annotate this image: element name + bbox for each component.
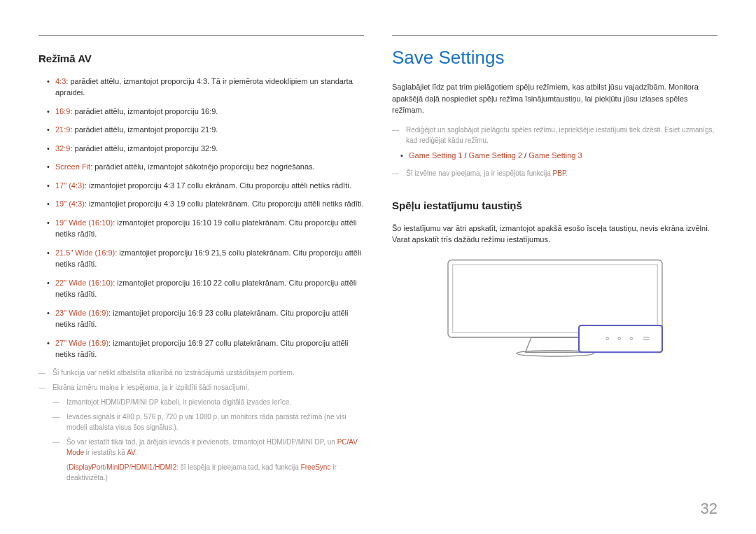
kw: 21.5" Wide (16:9) [55,248,115,257]
kw: 32:9 [55,144,70,153]
kw: DisplayPort [69,463,104,471]
kw: 4:3 [55,77,66,85]
txt: : parādiet attēlu, izmantojot proporciju… [55,77,353,97]
kw: 19" (4:3) [55,199,85,208]
game-settings-list: Game Setting 1 / Game Setting 2 / Game S… [392,150,718,162]
txt: : izmantojiet proporciju 4:3 17 collu ek… [85,181,351,190]
txt: : parādiet attēlu, izmantojot proporciju… [70,125,218,134]
txt: : parādiet attēlu, izmantojot sākotnējo … [90,162,314,171]
kw: Game Setting 3 [528,151,582,160]
game-key-intro: Šo iestatījumu var ātri apskatīt, izmant… [392,223,718,246]
txt: ir iestatīts kā [84,449,127,456]
note-item: Ekrāna izmēru maiņa ir iespējama, ja ir … [38,382,364,483]
kw: MiniDP [106,463,129,471]
page-number: 32 [701,497,718,520]
sub-note-item: Ievades signāls ir 480 p, 576 p, 720 p v… [52,412,364,433]
list-item: 17" (4:3): izmantojiet proporciju 4:3 17… [47,180,364,192]
list-item: 19" Wide (16:10): izmantojiet proporciju… [47,217,364,240]
txt: Šo var iestatīt tikai tad, ja ārējais ie… [66,438,337,446]
list-item: 22" Wide (16:10): izmantojiet proporciju… [47,277,364,300]
sep: / [462,151,468,160]
kw: 17" (4:3) [55,181,85,190]
monitor-illustration [392,254,718,373]
ratio-list: 4:3: parādiet attēlu, izmantojot proporc… [38,76,364,360]
note-text: Ekrāna izmēru maiņa ir iespējama, ja ir … [52,384,249,391]
note-item: Šī izvēlne nav pieejama, ja ir iespējota… [392,168,718,178]
list-item: 21.5" Wide (16:9): izmantojiet proporcij… [47,247,364,270]
monitor-icon [436,254,674,373]
txt: . [566,169,568,177]
sub-note-item: Izmantojot HDMI/DP/MINI DP kabeli, ir pi… [52,397,364,407]
txt: : šī iespēja ir pieejama tad, kad funkci… [176,463,300,471]
txt: : parādiet attēlu, izmantojot proporciju… [70,107,218,115]
list-item: Screen Fit: parādiet attēlu, izmantojot … [47,161,364,173]
kw: FreeSync [301,463,331,471]
kw: 16:9 [55,107,70,115]
list-item: Game Setting 1 / Game Setting 2 / Game S… [400,150,718,162]
kw: 23" Wide (16:9) [55,309,108,317]
game-key-heading: Spēļu iestatījumu taustiņš [392,198,718,214]
list-item: 19" (4:3): izmantojiet proporciju 4:3 19… [47,198,364,210]
list-item: 16:9: parādiet attēlu, izmantojot propor… [47,106,364,118]
intro-paragraph: Saglabājiet līdz pat trim pielāgotiem sp… [392,81,718,116]
kw: 22" Wide (16:10) [55,279,113,287]
sep: / [522,151,528,160]
kw: AV [127,449,135,456]
kw: HDMI1 [131,463,153,471]
save-settings-heading: Save Settings [392,44,718,71]
kw: Screen Fit [55,162,90,171]
kw: 19" Wide (16:10) [55,218,113,227]
kw: Game Setting 2 [469,151,522,160]
kw: 27" Wide (16:9) [55,339,108,347]
txt: . [135,449,137,456]
svg-rect-1 [452,265,657,332]
right-column: Save Settings Saglabājiet līdz pat trim … [392,35,718,487]
sub-notes: Izmantojot HDMI/DP/MINI DP kabeli, ir pi… [52,397,364,483]
note-item: Šī funkcija var netikt atbalstīta atkarī… [38,367,364,378]
list-item: 32:9: parādiet attēlu, izmantojot propor… [47,143,364,155]
list-item: 4:3: parādiet attēlu, izmantojot proporc… [47,76,364,99]
sub-paren: (DisplayPort/MiniDP/HDMI1/HDMI2: šī iesp… [66,462,364,483]
right-notes-2: Šī izvēlne nav pieejama, ja ir iespējota… [392,168,718,178]
kw: 21:9 [55,125,70,134]
txt: : parādiet attēlu, izmantojot proporciju… [70,144,218,153]
kw: Game Setting 1 [409,151,462,160]
left-column: Režīmā AV 4:3: parādiet attēlu, izmantoj… [38,35,364,487]
kw: HDMI2 [155,463,176,471]
right-notes-1: Rediģējot un saglabājot pielāgotu spēles… [392,125,718,146]
game-key-section: Spēļu iestatījumu taustiņš Šo iestatījum… [392,198,718,373]
kw: PBP [553,169,566,177]
sub-note-item: Šo var iestatīt tikai tad, ja ārējais ie… [52,437,364,483]
list-item: 23" Wide (16:9): izmantojiet proporciju … [47,307,364,330]
av-mode-heading: Režīmā AV [38,51,364,67]
note-item: Rediģējot un saglabājot pielāgotu spēles… [392,125,718,146]
footnotes: Šī funkcija var netikt atbalstīta atkarī… [38,367,364,483]
txt: : izmantojiet proporciju 4:3 19 collu pl… [85,199,364,208]
txt: Šī izvēlne nav pieejama, ja ir iespējota… [406,169,553,177]
list-item: 21:9: parādiet attēlu, izmantojot propor… [47,124,364,136]
list-item: 27" Wide (16:9): izmantojiet proporciju … [47,337,364,360]
page-content: Režīmā AV 4:3: parādiet attēlu, izmantoj… [38,35,718,487]
